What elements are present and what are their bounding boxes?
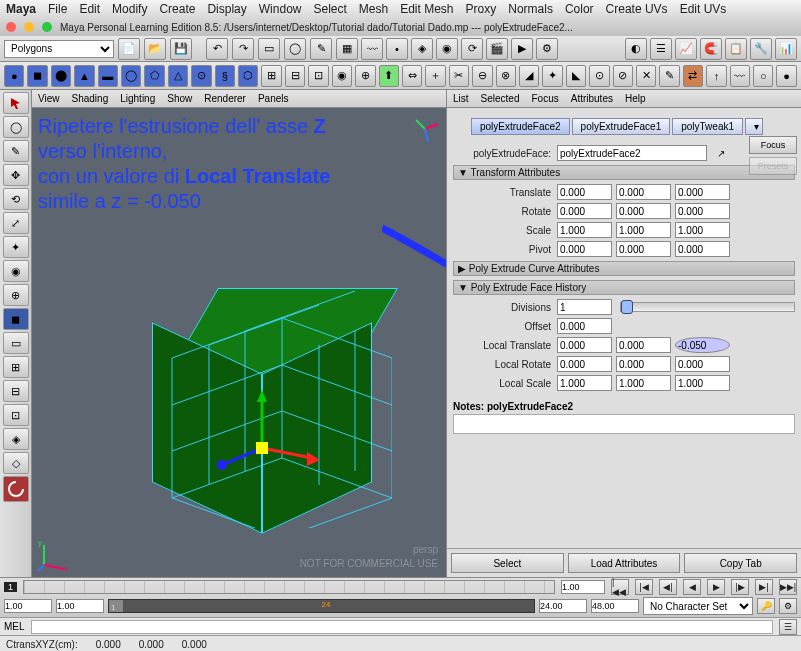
play-start-field[interactable]: [56, 599, 104, 613]
section-curve[interactable]: ▶ Poly Extrude Curve Attributes: [453, 261, 795, 276]
rotate-y[interactable]: [616, 203, 671, 219]
attr-attributes[interactable]: Attributes: [571, 93, 613, 104]
prev-key-button[interactable]: |◀: [635, 579, 653, 595]
menu-window[interactable]: Window: [259, 2, 302, 16]
rotate-x[interactable]: [557, 203, 612, 219]
save-scene-button[interactable]: 💾: [170, 38, 192, 60]
outliner-button[interactable]: ☰: [650, 38, 672, 60]
translate-z[interactable]: [675, 184, 730, 200]
local-translate-y[interactable]: [616, 337, 671, 353]
menu-maya[interactable]: Maya: [6, 2, 36, 16]
mode-dropdown[interactable]: Polygons: [4, 40, 114, 58]
paint-select-tool[interactable]: ✎: [3, 140, 29, 162]
menu-color[interactable]: Color: [565, 2, 594, 16]
current-frame-indicator[interactable]: 1: [4, 582, 17, 592]
play-back-button[interactable]: ◀: [683, 579, 701, 595]
step-fwd-button[interactable]: |▶: [731, 579, 749, 595]
next-key-button[interactable]: ▶|: [755, 579, 773, 595]
render-globals-button[interactable]: ⚙: [536, 38, 558, 60]
plane-icon[interactable]: ▬: [98, 65, 118, 87]
offset-loop-icon[interactable]: ⊗: [496, 65, 516, 87]
menu-display[interactable]: Display: [207, 2, 246, 16]
snap-point-button[interactable]: •: [386, 38, 408, 60]
append-icon[interactable]: ＋: [425, 65, 445, 87]
minimize-icon[interactable]: [24, 22, 34, 32]
helix-icon[interactable]: §: [215, 65, 235, 87]
scale-z[interactable]: [675, 222, 730, 238]
menu-mesh[interactable]: Mesh: [359, 2, 388, 16]
history-toggle-button[interactable]: ⟳: [461, 38, 483, 60]
paint-select-button[interactable]: ✎: [310, 38, 332, 60]
time-field[interactable]: [561, 580, 605, 594]
booleans-icon[interactable]: ⊕: [355, 65, 375, 87]
local-translate-x[interactable]: [557, 337, 612, 353]
extrude-icon[interactable]: ⬆: [379, 65, 399, 87]
new-scene-button[interactable]: 📄: [118, 38, 140, 60]
redo-button[interactable]: ↷: [232, 38, 254, 60]
vp-view[interactable]: View: [38, 93, 60, 104]
cylinder-icon[interactable]: ⬤: [51, 65, 71, 87]
attr-focus[interactable]: Focus: [531, 93, 558, 104]
last-tool[interactable]: ◼: [3, 308, 29, 330]
go-end-button[interactable]: ▶▶|: [779, 579, 797, 595]
vp-renderer[interactable]: Renderer: [204, 93, 246, 104]
go-start-button[interactable]: |◀◀: [611, 579, 629, 595]
persp-graph-view[interactable]: ⊡: [3, 404, 29, 426]
local-rotate-y[interactable]: [616, 356, 671, 372]
combine-icon[interactable]: ⊞: [261, 65, 281, 87]
smooth-icon[interactable]: ◉: [332, 65, 352, 87]
graph-button[interactable]: 📈: [675, 38, 697, 60]
persp-viewport[interactable]: Ripetere l'estrusione dell' asse Z verso…: [32, 108, 446, 577]
pivot-y[interactable]: [616, 241, 671, 257]
divisions-field[interactable]: [557, 299, 612, 315]
poly-cube-mesh[interactable]: [152, 288, 372, 508]
menu-modify[interactable]: Modify: [112, 2, 147, 16]
tab-overflow-button[interactable]: ▾: [745, 118, 763, 135]
show-manip-tool[interactable]: ⊕: [3, 284, 29, 306]
pivot-z[interactable]: [675, 241, 730, 257]
tab-polyextrudeface1[interactable]: polyExtrudeFace1: [572, 118, 671, 135]
pipe-icon[interactable]: ⊙: [191, 65, 211, 87]
prism-icon[interactable]: ⬠: [144, 65, 164, 87]
vp-shading[interactable]: Shading: [72, 93, 109, 104]
node-tabs[interactable]: polyExtrudeFace2 polyExtrudeFace1 polyTw…: [471, 118, 795, 135]
hypershade-view[interactable]: ◈: [3, 428, 29, 450]
cube-icon[interactable]: ◼: [27, 65, 47, 87]
autokey-button[interactable]: 🔑: [757, 598, 775, 614]
snap-curve-button[interactable]: 〰: [361, 38, 383, 60]
vp-panels[interactable]: Panels: [258, 93, 289, 104]
local-rotate-z[interactable]: [675, 356, 730, 372]
select-tool-button[interactable]: ▭: [258, 38, 280, 60]
undo-button[interactable]: ↶: [206, 38, 228, 60]
crease-icon[interactable]: 〰: [730, 65, 750, 87]
tab-polytweak1[interactable]: polyTweak1: [672, 118, 743, 135]
snap-plane-button[interactable]: ◈: [411, 38, 433, 60]
tool-settings-button[interactable]: 🔧: [750, 38, 772, 60]
sculpt-icon[interactable]: ✎: [659, 65, 679, 87]
local-rotate-x[interactable]: [557, 356, 612, 372]
select-tool[interactable]: [3, 92, 29, 114]
soften-icon[interactable]: ○: [753, 65, 773, 87]
bridge-icon[interactable]: ⇔: [402, 65, 422, 87]
merge-icon[interactable]: ⊙: [589, 65, 609, 87]
menu-proxy[interactable]: Proxy: [466, 2, 497, 16]
range-end-field[interactable]: [591, 599, 639, 613]
vp-show[interactable]: Show: [167, 93, 192, 104]
offset-field[interactable]: [557, 318, 612, 334]
close-icon[interactable]: [6, 22, 16, 32]
scale-x[interactable]: [557, 222, 612, 238]
normals-icon[interactable]: ↑: [706, 65, 726, 87]
menu-createuvs[interactable]: Create UVs: [606, 2, 668, 16]
play-fwd-button[interactable]: ▶: [707, 579, 725, 595]
zoom-icon[interactable]: [42, 22, 52, 32]
lasso-button[interactable]: ◯: [284, 38, 306, 60]
menu-editmesh[interactable]: Edit Mesh: [400, 2, 453, 16]
pivot-x[interactable]: [557, 241, 612, 257]
separate-icon[interactable]: ⊟: [285, 65, 305, 87]
poke-icon[interactable]: ✦: [542, 65, 562, 87]
view-compass-icon[interactable]: [410, 114, 440, 144]
extract-icon[interactable]: ⊡: [308, 65, 328, 87]
local-scale-y[interactable]: [616, 375, 671, 391]
menu-create[interactable]: Create: [159, 2, 195, 16]
cmd-input[interactable]: [31, 620, 773, 634]
